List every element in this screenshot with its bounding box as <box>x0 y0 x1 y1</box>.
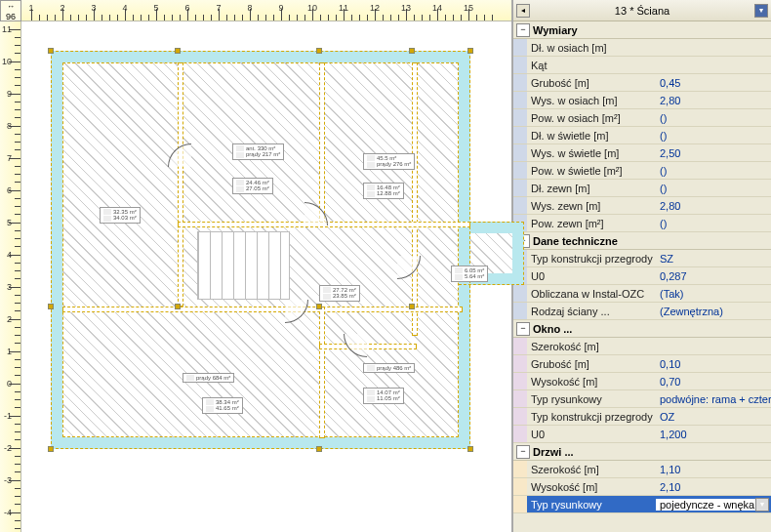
section-header-drzwi[interactable]: −Drzwi ... <box>513 443 771 461</box>
property-row[interactable]: Kąt <box>513 57 771 74</box>
property-row[interactable]: U00,287 <box>513 267 771 285</box>
wall-node[interactable] <box>316 304 322 309</box>
property-value[interactable]: 1,200 <box>656 429 771 440</box>
section-header-wymiary[interactable]: −Wymiary <box>513 21 771 39</box>
collapse-toggle-icon[interactable]: − <box>516 445 530 459</box>
interior-wall[interactable] <box>62 307 463 312</box>
property-row[interactable]: Dł. zewn [m]() <box>513 180 771 197</box>
property-row[interactable]: Wys. w świetle [m]2,50 <box>513 144 771 162</box>
property-value[interactable]: 0,70 <box>656 376 771 388</box>
property-value[interactable]: 2,80 <box>656 200 771 212</box>
dropdown-icon[interactable]: ▾ <box>755 498 769 512</box>
floor-plan[interactable]: 32.35 m²34.03 m²ant. 330 m²prądy 217 m²2… <box>51 51 470 449</box>
wall-node[interactable] <box>48 48 54 54</box>
property-key: Pow. w świetle [m²] <box>527 165 656 177</box>
wall-node[interactable] <box>409 48 415 54</box>
property-row[interactable]: Wys. zewn [m]2,80 <box>513 197 771 215</box>
property-value[interactable]: () <box>656 218 771 229</box>
property-value[interactable]: (Zewnętrzna) <box>656 306 771 317</box>
property-value[interactable]: 0,45 <box>656 77 771 89</box>
property-row[interactable]: Pow. w osiach [m²]() <box>513 109 771 127</box>
interior-wall[interactable] <box>412 62 418 336</box>
property-value[interactable]: () <box>656 130 771 142</box>
property-row[interactable]: Typ rysunkowypojedyncze - wnęka▾ <box>513 496 771 513</box>
panel-nav-prev-button[interactable]: ◂ <box>516 4 530 18</box>
property-value[interactable]: 2,10 <box>656 481 771 493</box>
collapse-toggle-icon[interactable]: − <box>516 23 530 37</box>
wall-node[interactable] <box>467 48 473 54</box>
ruler-vertical[interactable]: 11109876543210-1-2-3-4 <box>0 21 21 532</box>
property-row[interactable]: Grubość [m]0,45 <box>513 74 771 92</box>
room-label[interactable]: 16.48 m²12.88 m² <box>363 183 404 199</box>
property-key: Pow. w osiach [m²] <box>527 112 656 124</box>
property-row[interactable]: Wysokość [m]2,10 <box>513 478 771 496</box>
property-value[interactable]: pojedyncze - wnęka <box>656 499 755 511</box>
property-value[interactable]: SZ <box>656 253 771 265</box>
room-label[interactable]: ant. 330 m²prądy 217 m² <box>232 143 284 160</box>
property-key: Wys. zewn [m] <box>527 200 656 212</box>
drawing-canvas[interactable]: 32.35 m²34.03 m²ant. 330 m²prądy 217 m²2… <box>21 21 511 532</box>
wall-node[interactable] <box>175 48 181 54</box>
section-header-okno[interactable]: −Okno ... <box>513 320 771 338</box>
room-label[interactable]: 45.5 m²prądy 276 m² <box>363 153 415 170</box>
property-key: Typ rysunkowy <box>527 499 656 511</box>
wall-node[interactable] <box>175 304 181 309</box>
room-label[interactable]: 14.07 m²11.05 m² <box>363 388 404 404</box>
room-label[interactable]: prądy 684 m² <box>183 373 234 383</box>
property-value[interactable]: (Tak) <box>656 288 771 300</box>
property-row[interactable]: U01,200 <box>513 426 771 443</box>
property-value[interactable]: podwójne: rama + cztery <box>656 393 771 405</box>
property-value[interactable]: 1,10 <box>656 464 771 475</box>
property-row[interactable]: Pow. w świetle [m²]() <box>513 162 771 180</box>
interior-wall[interactable] <box>178 62 183 307</box>
property-row[interactable]: Obliczana w Instal-OZC(Tak) <box>513 285 771 303</box>
property-row[interactable]: Rodzaj ściany ...(Zewnętrzna) <box>513 303 771 320</box>
property-value[interactable]: 0,10 <box>656 358 771 370</box>
property-row[interactable]: Typ konstrukcji przegrodySZ <box>513 250 771 267</box>
room-label[interactable]: 6.05 m²5.64 m² <box>451 266 488 282</box>
property-row[interactable]: Szerokość [m]1,10 <box>513 461 771 478</box>
interior-wall[interactable] <box>319 62 325 224</box>
property-value[interactable]: () <box>656 165 771 177</box>
wall-node[interactable] <box>316 48 322 54</box>
property-value[interactable]: 2,50 <box>656 147 771 159</box>
interior-wall[interactable] <box>319 307 325 438</box>
property-key: Dł. w świetle [m] <box>527 130 656 142</box>
room-label[interactable]: 38.34 m²41.65 m² <box>202 397 243 414</box>
interior-wall[interactable] <box>319 344 417 349</box>
property-row[interactable]: Pow. zewn [m²]() <box>513 215 771 232</box>
ruler-horizontal[interactable]: 123456789101112131415 <box>21 0 511 21</box>
wall-node[interactable] <box>48 304 54 309</box>
room-label[interactable]: prądy 486 m² <box>363 363 415 373</box>
property-row[interactable]: Typ konstrukcji przegrodyOZ <box>513 408 771 426</box>
section-header-dane[interactable]: −Dane techniczne <box>513 232 771 250</box>
property-key: Typ rysunkowy <box>527 393 656 405</box>
property-row[interactable]: Szerokość [m] <box>513 338 771 355</box>
property-row[interactable]: Dł. w świetle [m]() <box>513 127 771 144</box>
property-value[interactable]: 2,80 <box>656 95 771 106</box>
wall-node[interactable] <box>467 446 473 452</box>
room-label[interactable]: 24.46 m²27.05 m² <box>232 178 273 194</box>
property-value[interactable]: () <box>656 112 771 124</box>
property-value[interactable]: OZ <box>656 411 771 423</box>
property-row[interactable]: Wys. w osiach [m]2,80 <box>513 92 771 109</box>
property-row[interactable]: Wysokość [m]0,70 <box>513 373 771 390</box>
property-row[interactable]: Typ rysunkowypodwójne: rama + cztery <box>513 390 771 408</box>
property-key: Dł. zewn [m] <box>527 183 656 194</box>
property-row[interactable]: Grubość [m]0,10 <box>513 355 771 373</box>
property-value[interactable]: () <box>656 183 771 194</box>
room-label[interactable]: 32.35 m²34.03 m² <box>100 207 141 224</box>
collapse-toggle-icon[interactable]: − <box>516 322 530 336</box>
property-row[interactable]: Dł. w osiach [m] <box>513 39 771 57</box>
room-label[interactable]: 27.72 m²23.85 m² <box>319 285 360 302</box>
ruler-corner[interactable]: ↔96 <box>0 0 21 21</box>
wall-node[interactable] <box>409 304 415 309</box>
property-value[interactable]: 0,287 <box>656 270 771 282</box>
panel-nav-next-button[interactable]: ▾ <box>754 4 768 18</box>
stairs[interactable] <box>197 231 290 300</box>
property-key: Grubość [m] <box>527 77 656 89</box>
wall-node[interactable] <box>316 446 322 452</box>
property-key: Typ konstrukcji przegrody <box>527 411 656 423</box>
wall-node[interactable] <box>48 446 54 452</box>
drawing-canvas-area: ↔96 123456789101112131415 11109876543210… <box>0 0 511 532</box>
